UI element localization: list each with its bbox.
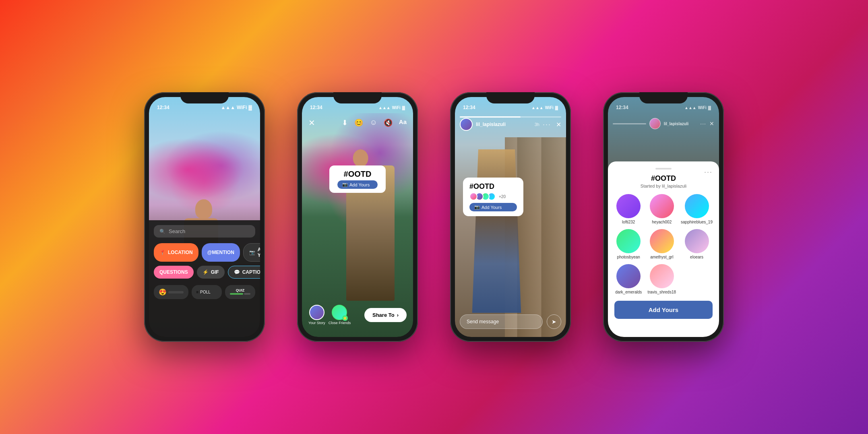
gif-icon: ⚡ [203, 269, 209, 275]
phone-1-wrapper: 12:34 ▲▲▲ WiFi ▓ 🔍 Search [136, 24, 273, 410]
sticker-row-1: 📍 LOCATION @MENTION 📷 ADD YOURS [154, 243, 255, 262]
sticker-row-3: 😍 ≡ POLL QUIZ [154, 285, 255, 299]
phone-4: 12:34 ▲▲▲ WiFi ▓ lil_lapislazuli ··· ✕ [603, 92, 724, 342]
notch-3 [486, 92, 535, 103]
captions-sticker[interactable]: 💬 CAPTIONS [228, 266, 260, 279]
viewer-av1 [469, 192, 477, 200]
status-icons-1: ▲▲▲ WiFi ▓ [221, 105, 252, 110]
more-icon-3[interactable]: ··· [543, 120, 551, 129]
mention-sticker[interactable]: @MENTION [202, 243, 240, 262]
wifi-icon-3: WiFi [545, 105, 554, 110]
participant-name-1: lofti232 [622, 220, 635, 224]
participant-8[interactable]: travis_shreds18 [647, 264, 676, 294]
participant-avatar-1 [616, 194, 641, 218]
emoji-icon: 😍 [159, 288, 167, 296]
participant-5[interactable]: amethyst_grl [647, 229, 676, 259]
close-icon-3[interactable]: ✕ [556, 121, 561, 128]
download-icon[interactable]: ⬇ [342, 118, 348, 127]
ootd-viewer-sticker[interactable]: #OOTD +20 📷 Add Yours [463, 178, 523, 216]
questions-sticker[interactable]: QUESTIONS [154, 266, 194, 279]
audio-icon[interactable]: 🔇 [384, 118, 393, 127]
participant-avatar-3 [685, 194, 709, 218]
ootd-title-3: #OOTD [469, 182, 517, 191]
participant-7[interactable]: dark_emeralds [614, 264, 643, 294]
location-sticker[interactable]: 📍 LOCATION [154, 243, 198, 262]
phone-2-wrapper: 12:34 ▲▲▲ WiFi ▓ ✕ ⬇ 😊 ☺ [289, 24, 426, 410]
phone-4-screen: 12:34 ▲▲▲ WiFi ▓ lil_lapislazuli ··· ✕ [608, 97, 719, 337]
emoji-sticker[interactable]: 😍 [154, 285, 188, 299]
background: 12:34 ▲▲▲ WiFi ▓ 🔍 Search [0, 0, 868, 434]
participant-1[interactable]: lofti232 [614, 194, 643, 224]
location-icon: 📍 [159, 250, 165, 255]
chevron-right-icon: › [397, 312, 399, 318]
participant-3[interactable]: sapphireblues_19 [681, 194, 713, 224]
sheet-dots-menu[interactable]: ··· [704, 168, 713, 176]
notch-1 [180, 92, 229, 103]
ootd-sticker-2[interactable]: #OOTD 📷 Add Yours [329, 165, 386, 193]
text-icon[interactable]: Aa [399, 118, 407, 127]
add-yours-label-2: Add Yours [349, 182, 370, 187]
captions-label: CAPTIONS [242, 269, 260, 275]
story-username-3: lil_lapislazuli [476, 122, 531, 127]
share-to-label: Share To [372, 312, 395, 318]
participant-4[interactable]: photosbyean [614, 229, 643, 259]
signal-icon-4: ▲▲▲ [684, 105, 696, 110]
camera-icon-2: 📷 [342, 182, 348, 187]
add-yours-cta-button[interactable]: Add Yours [614, 301, 713, 319]
phone-2: 12:34 ▲▲▲ WiFi ▓ ✕ ⬇ 😊 ☺ [297, 92, 418, 342]
add-yours-sheet: ··· #OOTD Started by lil_lapislazuli lof… [608, 161, 719, 337]
your-story-option[interactable]: Your Story [308, 305, 325, 325]
signal-icon-3: ▲▲▲ [531, 105, 544, 110]
phone4-close-icon[interactable]: ✕ [709, 120, 714, 127]
addyours-sticker-1[interactable]: 📷 ADD YOURS [243, 243, 260, 262]
story-bottom-2: Your Story ⭐ Close Friends S [302, 305, 413, 325]
phone-2-screen: 12:34 ▲▲▲ WiFi ▓ ✕ ⬇ 😊 ☺ [302, 97, 413, 337]
participant-grid: lofti232 heyach002 sapphireblues_19 [614, 194, 713, 294]
mention-label: @MENTION [207, 250, 234, 255]
time-2: 12:34 [310, 105, 322, 110]
time-1: 12:34 [157, 105, 169, 110]
participant-name-2: heyach002 [652, 220, 672, 224]
gif-sticker[interactable]: ⚡ GIF [197, 266, 225, 279]
gif-label: GIF [211, 269, 219, 275]
story-toolbar: ✕ ⬇ 😊 ☺ 🔇 Aa [302, 115, 413, 131]
quiz-sticker[interactable]: QUIZ [225, 285, 255, 299]
phone2-person-head [353, 149, 368, 167]
participant-2[interactable]: heyach002 [647, 194, 676, 224]
participant-avatar-6 [685, 229, 709, 253]
your-story-label: Your Story [308, 321, 325, 325]
poll-sticker[interactable]: ≡ POLL [192, 285, 222, 299]
phone-3-screen: 12:34 ▲▲▲ WiFi ▓ lil_lapis [455, 97, 566, 337]
send-button[interactable]: ➤ [547, 314, 561, 329]
participant-name-5: amethyst_grl [650, 255, 673, 259]
quiz-label: QUIZ [236, 288, 245, 292]
status-icons-3: ▲▲▲ WiFi ▓ [531, 105, 558, 110]
sticker-icon[interactable]: ☺ [370, 118, 377, 127]
participant-avatar-7 [616, 264, 641, 288]
share-to-button[interactable]: Share To › [364, 308, 407, 322]
search-bar[interactable]: 🔍 Search [154, 225, 255, 238]
participant-6[interactable]: eloears [681, 229, 713, 259]
phone4-more-icon[interactable]: ··· [700, 120, 706, 127]
phone-3: 12:34 ▲▲▲ WiFi ▓ lil_lapis [450, 92, 571, 342]
sheet-handle [655, 168, 672, 169]
emoji-add-icon[interactable]: 😊 [354, 118, 363, 127]
sheet-ootd-title: #OOTD [614, 174, 713, 183]
close-icon[interactable]: ✕ [308, 118, 315, 128]
status-icons-2: ▲▲▲ WiFi ▓ [378, 105, 405, 110]
participant-name-3: sapphireblues_19 [681, 220, 713, 224]
captions-icon: 💬 [234, 269, 240, 275]
story-avatar-3 [460, 118, 473, 131]
add-yours-btn-3[interactable]: 📷 Add Yours [469, 203, 517, 211]
add-yours-btn-2[interactable]: 📷 Add Yours [337, 180, 378, 189]
signal-icon-2: ▲▲▲ [378, 105, 391, 110]
story-send-area: Send message ➤ [460, 314, 561, 329]
sticker-grid: 📍 LOCATION @MENTION 📷 ADD YOURS [154, 243, 255, 299]
participant-name-8: travis_shreds18 [647, 290, 676, 294]
send-message-input[interactable]: Send message [460, 314, 543, 329]
participant-avatar-5 [650, 229, 674, 253]
close-friends-option[interactable]: ⭐ Close Friends [329, 305, 351, 325]
phone1-flowers [149, 129, 260, 210]
sticker-row-2: QUESTIONS ⚡ GIF 💬 CAPTIONS [154, 266, 255, 279]
phone4-story-header: lil_lapislazuli ··· ✕ [613, 116, 714, 131]
